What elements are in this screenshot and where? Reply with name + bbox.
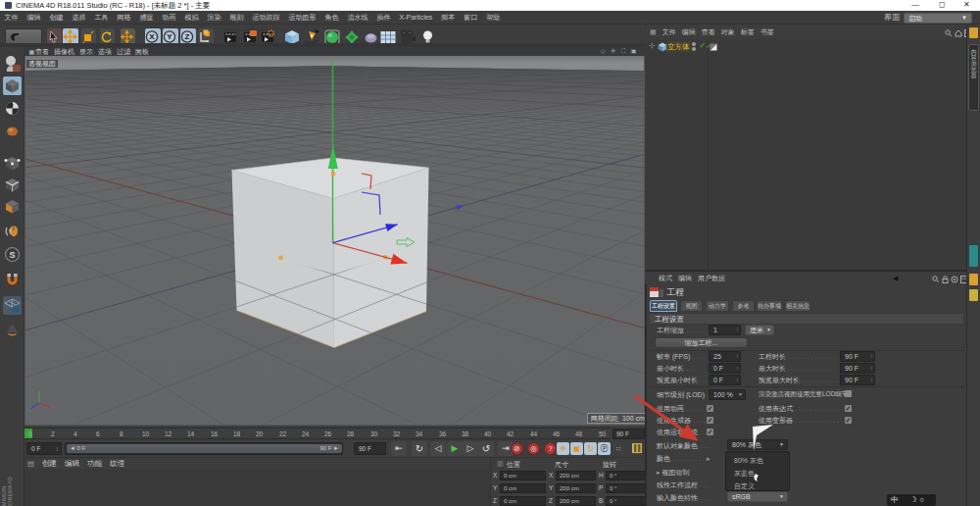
svg-text:Z: Z — [185, 32, 190, 41]
svg-text:X: X — [149, 32, 155, 41]
svg-text:Y: Y — [167, 32, 172, 41]
svg-text:S: S — [9, 250, 15, 260]
